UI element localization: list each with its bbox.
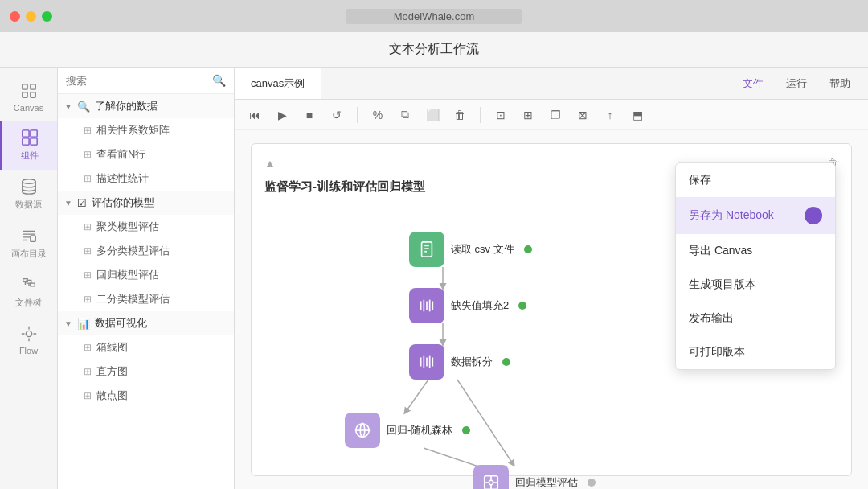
node-regression-eval[interactable]: 回归模型评估 [473, 465, 596, 489]
sidebar-label-filetree: 文件树 [15, 297, 42, 309]
sidebar-item-datasource[interactable]: 数据源 [0, 170, 57, 219]
close-button[interactable] [10, 11, 20, 22]
sidebar-item-flow[interactable]: Flow [0, 317, 57, 364]
list-item-regression-eval[interactable]: ⊞ 回归模型评估 [58, 263, 234, 287]
dropdown-item-generate-version[interactable]: 生成项目版本 [676, 268, 835, 302]
toolbar-percent[interactable]: % [367, 105, 388, 125]
node-read-csv[interactable]: 读取 csv 文件 [409, 232, 532, 267]
sidebar-label-components: 组件 [21, 150, 39, 162]
toolbar-copy2[interactable]: ❐ [545, 105, 566, 125]
list-item-topn[interactable]: ⊞ 查看前N行 [58, 142, 234, 166]
dropdown-item-export-canvas[interactable]: 导出 Canvas [676, 234, 835, 268]
dropdown-item-save[interactable]: 保存 [676, 163, 835, 197]
dropdown-item-printable[interactable]: 可打印版本 [676, 335, 835, 369]
canvas-content: ▲ 🗑 监督学习-训练和评估回归模型 [235, 130, 868, 489]
toolbar-divider-1 [357, 107, 358, 123]
minimize-button[interactable] [26, 11, 36, 22]
list-item-histogram[interactable]: ⊞ 直方图 [58, 360, 234, 384]
toolbar-grid1[interactable]: ⊡ [490, 105, 511, 125]
canvas-topbar: canvas示例 文件 运行 帮助 [235, 68, 868, 100]
component-icon: ⊞ [84, 173, 92, 184]
sidebar-item-catalog[interactable]: 画布目录 [0, 219, 57, 268]
node-random-forest[interactable]: 回归-随机森林 [345, 413, 470, 448]
sidebar-label-catalog: 画布目录 [11, 248, 47, 260]
menu-item-file[interactable]: 文件 [738, 73, 768, 94]
dropdown-generate-version-label: 生成项目版本 [689, 277, 756, 292]
main-layout: Canvas 组件 数据源 画布目 [0, 68, 868, 489]
list-item-cluster-eval[interactable]: ⊞ 聚类模型评估 [58, 215, 234, 239]
app-header: 文本分析工作流 [0, 32, 868, 68]
list-item-correlation[interactable]: ⊞ 相关性系数矩阵 [58, 118, 234, 142]
menu-item-run[interactable]: 运行 [781, 73, 812, 94]
search-input[interactable] [66, 75, 207, 87]
list-item-label: 二分类模型评估 [96, 292, 170, 306]
toolbar-refresh[interactable]: ↺ [326, 105, 347, 125]
toolbar-grid2[interactable]: ⊞ [518, 105, 538, 125]
component-icon: ⊞ [84, 125, 92, 136]
maximize-button[interactable] [42, 11, 52, 22]
component-icon: ⊞ [84, 342, 92, 353]
list-item-label: 箱线图 [96, 340, 128, 355]
dropdown-item-publish[interactable]: 发布输出 [676, 302, 835, 335]
group-data-viz-label: 数据可视化 [95, 316, 147, 331]
toolbar-square[interactable]: ⬜ [422, 105, 443, 125]
sidebar-label-datasource: 数据源 [15, 199, 42, 211]
group-eval-model[interactable]: ▼ ☑ 评估你的模型 [58, 191, 234, 215]
chart-icon: 📊 [77, 318, 90, 330]
sidebar-label-canvas: Canvas [14, 103, 43, 113]
node-data-split[interactable]: 数据拆分 [409, 344, 510, 380]
app-title: 文本分析工作流 [389, 41, 479, 58]
svg-point-10 [26, 331, 31, 336]
dropdown-export-canvas-label: 导出 Canvas [689, 244, 752, 258]
node-label-data-split: 数据拆分 [451, 355, 493, 369]
list-item-multiclass-eval[interactable]: ⊞ 多分类模型评估 [58, 239, 234, 263]
chevron-down-icon: ▼ [64, 319, 72, 328]
svg-line-13 [405, 380, 428, 413]
toolbar-delete[interactable]: 🗑 [449, 105, 470, 125]
component-icon: ⊞ [84, 245, 92, 257]
chevron-down-icon: ▼ [64, 199, 72, 208]
toolbar: ⏮ ▶ ■ ↺ % ⧉ ⬜ 🗑 ⊡ ⊞ ❐ ⊠ ↑ ⬒ [235, 100, 868, 130]
svg-rect-7 [31, 138, 37, 145]
component-icon: ⊞ [84, 294, 92, 305]
search-icon-q: 🔍 [77, 101, 90, 113]
toolbar-grid3[interactable]: ⊠ [572, 105, 593, 125]
toolbar-rect[interactable]: ⬒ [627, 105, 648, 125]
sidebar-item-components[interactable]: 组件 [0, 121, 57, 170]
collapse-icon[interactable]: ▲ [264, 157, 276, 170]
svg-rect-2 [22, 92, 27, 97]
sidebar-item-filetree[interactable]: 文件树 [0, 268, 57, 317]
toolbar-stop[interactable]: ■ [299, 105, 320, 125]
list-item-boxplot[interactable]: ⊞ 箱线图 [58, 335, 234, 360]
group-data-viz[interactable]: ▼ 📊 数据可视化 [58, 311, 234, 335]
toolbar-skip-back[interactable]: ⏮ [244, 105, 265, 125]
svg-rect-3 [30, 92, 35, 97]
node-box-data-split [409, 344, 444, 380]
dropdown-highlight-dot [805, 207, 822, 224]
node-box-read-csv [409, 232, 444, 267]
svg-rect-5 [31, 130, 37, 137]
canvas-tab-example[interactable]: canvas示例 [235, 68, 321, 99]
dropdown-item-save-notebook[interactable]: 另存为 Notebook [676, 197, 835, 234]
toolbar-up[interactable]: ↑ [600, 105, 620, 125]
toolbar-copy[interactable]: ⧉ [395, 105, 416, 125]
group-learn-data[interactable]: ▼ 🔍 了解你的数据 [58, 94, 234, 118]
list-item-descriptive[interactable]: ⊞ 描述性统计 [58, 166, 234, 191]
sidebar-icons: Canvas 组件 数据源 画布目 [0, 68, 58, 489]
titlebar: ModelWhale.com [0, 0, 868, 32]
svg-rect-1 [30, 84, 35, 89]
node-status-dot [502, 358, 510, 366]
svg-rect-6 [23, 138, 29, 145]
search-icon[interactable]: 🔍 [212, 74, 226, 87]
list-item-binary-eval[interactable]: ⊞ 二分类模型评估 [58, 287, 234, 311]
list-item-scatter[interactable]: ⊞ 散点图 [58, 384, 234, 408]
list-item-label: 描述性统计 [96, 171, 149, 186]
node-status-dot [462, 426, 470, 434]
node-fill-missing[interactable]: 缺失值填充2 [409, 288, 526, 323]
svg-point-33 [489, 480, 493, 485]
list-item-label: 散点图 [96, 388, 128, 403]
list-item-label: 聚类模型评估 [96, 220, 159, 234]
menu-item-help[interactable]: 帮助 [825, 73, 855, 94]
sidebar-item-canvas[interactable]: Canvas [0, 74, 57, 121]
toolbar-play[interactable]: ▶ [272, 105, 293, 125]
